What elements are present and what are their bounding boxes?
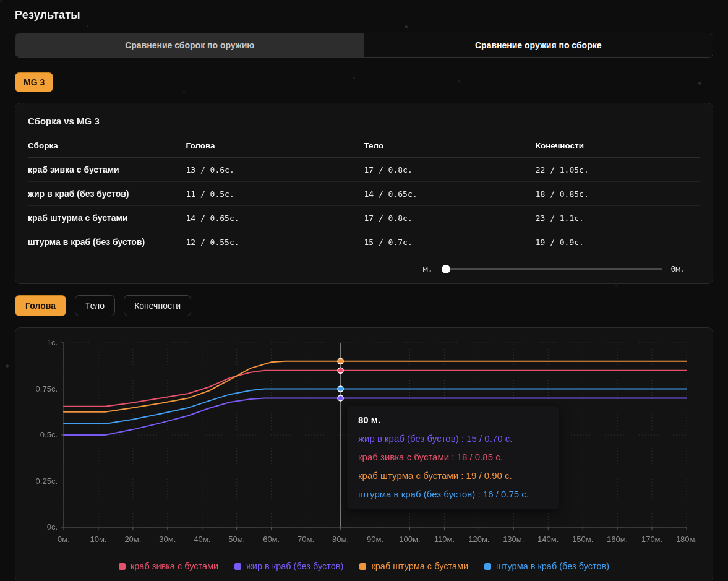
comparison-tabs: Сравнение сборок по оружию Сравнение ору…: [15, 33, 713, 58]
stat-value: 19 / 0.9с.: [536, 230, 700, 254]
legend-label: штурма в краб (без бустов): [496, 561, 609, 571]
build-name: жир в краб (без бустов): [28, 182, 186, 206]
table-row: жир в краб (без бустов)11 / 0.5с.14 / 0.…: [28, 182, 700, 206]
distance-slider-row: м. 0м.: [28, 264, 700, 273]
chart-card: 0м.10м.20м.30м.40м.50м.60м.70м.80м.90м.1…: [15, 327, 713, 581]
tab-weapons-by-build[interactable]: Сравнение оружия по сборке: [364, 33, 713, 57]
stat-value: 11 / 0.5с.: [186, 182, 364, 206]
legend-label: краб зивка с бустами: [131, 561, 218, 571]
chart-area[interactable]: 0м.10м.20м.30м.40м.50м.60м.70м.80м.90м.1…: [25, 337, 703, 552]
x-tick-label: 150м.: [572, 535, 593, 544]
x-tick-label: 30м.: [159, 535, 176, 544]
filter-body-button[interactable]: Тело: [75, 295, 115, 316]
weapon-tag-mg3[interactable]: MG 3: [15, 72, 53, 92]
cursor-marker: [338, 368, 343, 373]
tooltip-row: краб зивка с бустами : 18 / 0.85 с.: [358, 452, 547, 462]
x-tick-label: 110м.: [434, 535, 455, 544]
x-tick-label: 130м.: [503, 535, 524, 544]
cursor-marker: [338, 358, 343, 364]
legend-swatch-icon: [484, 563, 491, 570]
legend-swatch-icon: [119, 563, 126, 570]
table-row: штурма в краб (без бустов)12 / 0.55с.15 …: [28, 230, 700, 254]
tooltip-row: краб штурма с бустами : 19 / 0.90 с.: [358, 470, 547, 481]
tab-builds-by-weapon[interactable]: Сравнение сборок по оружию: [15, 33, 364, 57]
x-tick-label: 170м.: [641, 535, 662, 544]
legend-item[interactable]: краб зивка с бустами: [119, 561, 218, 571]
body-part-filters: Голова Тело Конечности: [15, 295, 713, 316]
stat-value: 14 / 0.65с.: [186, 206, 364, 230]
legend-item[interactable]: штурма в краб (без бустов): [484, 561, 609, 571]
legend-item[interactable]: жир в краб (без бустов): [234, 561, 343, 571]
column-header-head: Голова: [186, 135, 364, 158]
tooltip-title: 80 м.: [358, 415, 547, 425]
column-header-build: Сборка: [28, 135, 186, 158]
y-tick-label: 0.25с.: [36, 476, 58, 486]
x-tick-label: 70м.: [298, 535, 314, 544]
x-tick-label: 60м.: [263, 535, 280, 544]
comparison-card-title: Сборка vs MG 3: [28, 116, 700, 126]
filter-head-button[interactable]: Голова: [15, 295, 66, 316]
x-tick-label: 180м.: [676, 535, 697, 544]
stat-value: 12 / 0.55с.: [186, 230, 364, 254]
build-name: краб штурма с бустами: [28, 206, 186, 230]
x-tick-label: 120м.: [468, 535, 489, 544]
cursor-marker: [338, 386, 343, 392]
y-tick-label: 1с.: [47, 338, 58, 347]
slider-value-label: 0м.: [671, 264, 685, 273]
page-title: Результаты: [15, 9, 713, 22]
y-tick-label: 0с.: [47, 522, 58, 532]
stat-value: 13 / 0.6с.: [186, 158, 364, 182]
tooltip-rows: жир в краб (без бустов) : 15 / 0.70 с.кр…: [358, 433, 547, 499]
y-tick-label: 0.75с.: [36, 384, 58, 394]
stat-value: 22 / 1.05с.: [536, 158, 700, 182]
stat-value: 18 / 0.85с.: [536, 182, 700, 206]
x-tick-label: 80м.: [332, 535, 349, 544]
slider-prefix-label: м.: [423, 264, 433, 273]
results-page: Результаты Сравнение сборок по оружию Ср…: [0, 0, 728, 581]
chart-legend: краб зивка с бустамижир в краб (без буст…: [25, 557, 703, 575]
x-tick-label: 40м.: [194, 535, 210, 544]
legend-label: краб штурма с бустами: [371, 561, 468, 571]
table-body: краб зивка с бустами13 / 0.6с.17 / 0.8с.…: [28, 158, 700, 254]
cursor-marker: [338, 395, 343, 401]
build-name: краб зивка с бустами: [28, 158, 186, 182]
x-tick-label: 10м.: [90, 535, 106, 544]
column-header-limbs: Конечности: [536, 135, 700, 158]
table-header-row: Сборка Голова Тело Конечности: [28, 135, 700, 158]
x-tick-label: 0м.: [58, 535, 70, 544]
comparison-card: Сборка vs MG 3 Сборка Голова Тело Конечн…: [15, 103, 713, 284]
stat-value: 14 / 0.65с.: [364, 182, 535, 206]
x-tick-label: 140м.: [537, 535, 559, 544]
x-tick-label: 20м.: [124, 535, 141, 544]
x-tick-label: 160м.: [607, 535, 628, 544]
stat-value: 15 / 0.7с.: [364, 230, 535, 254]
table-row: краб штурма с бустами14 / 0.65с.17 / 0.8…: [28, 206, 700, 230]
legend-item[interactable]: краб штурма с бустами: [359, 561, 468, 571]
x-tick-label: 100м.: [399, 535, 420, 544]
tooltip-row: штурма в краб (без бустов) : 16 / 0.75 с…: [358, 489, 547, 499]
tooltip-row: жир в краб (без бустов) : 15 / 0.70 с.: [358, 433, 547, 444]
table-row: краб зивка с бустами13 / 0.6с.17 / 0.8с.…: [28, 158, 700, 182]
legend-label: жир в краб (без бустов): [246, 561, 343, 571]
column-header-body: Тело: [364, 135, 535, 158]
stats-table: Сборка Голова Тело Конечности краб зивка…: [28, 135, 700, 254]
distance-slider[interactable]: [442, 268, 662, 270]
stat-value: 23 / 1.1с.: [536, 206, 700, 230]
filter-limbs-button[interactable]: Конечности: [124, 295, 191, 316]
x-tick-label: 90м.: [367, 535, 383, 544]
build-name: штурма в краб (без бустов): [28, 230, 186, 254]
legend-swatch-icon: [234, 563, 241, 570]
chart-tooltip: 80 м. жир в краб (без бустов) : 15 / 0.7…: [347, 406, 559, 509]
stat-value: 17 / 0.8с.: [364, 206, 535, 230]
legend-swatch-icon: [359, 563, 366, 570]
x-tick-label: 50м.: [228, 535, 245, 544]
stat-value: 17 / 0.8с.: [364, 158, 535, 182]
y-tick-label: 0.5с.: [40, 430, 58, 439]
